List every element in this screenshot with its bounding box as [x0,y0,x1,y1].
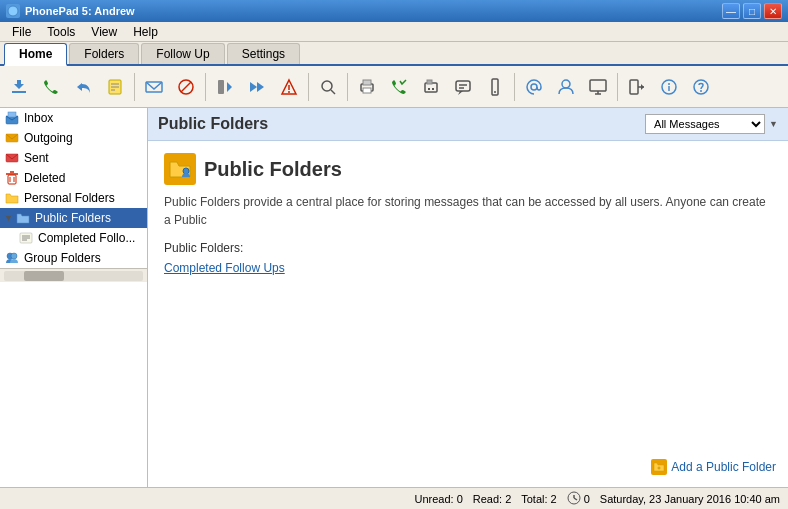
menu-view[interactable]: View [83,23,125,41]
svg-rect-34 [590,80,606,91]
screen-button[interactable] [583,70,613,104]
svg-rect-46 [8,112,16,117]
unread-value: 0 [457,493,463,505]
info-button[interactable] [654,70,684,104]
tick-phone-button[interactable] [384,70,414,104]
title-bar: PhonePad 5: Andrew — □ ✕ [0,0,788,22]
title-bar-left: PhonePad 5: Andrew [6,4,135,18]
filter-chevron-icon: ▼ [769,119,778,129]
note-button[interactable] [100,70,130,104]
sidebar-item-completed[interactable]: Completed Follo... [0,228,147,248]
toolbar-sep-4 [347,73,348,101]
reply-button[interactable] [68,70,98,104]
sidebar-item-deleted[interactable]: Deleted [0,168,147,188]
total-label: Total: [521,493,547,505]
read-label: Read: [473,493,502,505]
maximize-button[interactable]: □ [743,3,761,19]
sent-icon [4,150,20,166]
svg-point-42 [668,83,670,85]
svg-marker-12 [250,82,257,92]
completed-followups-link[interactable]: Completed Follow Ups [164,261,285,275]
outgoing-icon [4,130,20,146]
svg-marker-11 [227,82,232,92]
tab-folders[interactable]: Folders [69,43,139,64]
toolbar [0,66,788,108]
add-public-folder-button[interactable]: Add a Public Folder [651,459,776,475]
title-bar-controls: — □ ✕ [722,3,782,19]
content-header-title: Public Folders [158,115,268,133]
search-button[interactable] [313,70,343,104]
sidebar-item-personal-folders[interactable]: Personal Folders [0,188,147,208]
menu-file[interactable]: File [4,23,39,41]
title-bar-text: PhonePad 5: Andrew [25,5,135,17]
unread-label: Unread: [415,493,454,505]
phone-button[interactable] [36,70,66,104]
transfer-button[interactable] [210,70,240,104]
minimize-button[interactable]: — [722,3,740,19]
svg-line-9 [181,82,191,92]
sidebar-item-public-folders[interactable]: ▼ Public Folders [0,208,147,228]
svg-rect-20 [363,80,371,85]
at-button[interactable] [519,70,549,104]
sidebar-item-group-folders[interactable]: Group Folders [0,248,147,268]
toolbar-sep-1 [134,73,135,101]
svg-point-44 [700,90,702,92]
toolbar-sep-3 [308,73,309,101]
sidebar-item-outgoing[interactable]: Outgoing [0,128,147,148]
page-description: Public Folders provide a central place f… [164,193,772,229]
read-value: 2 [505,493,511,505]
tab-settings[interactable]: Settings [227,43,300,64]
tab-home[interactable]: Home [4,43,67,66]
svg-rect-25 [432,88,434,90]
svg-point-0 [8,6,18,16]
clock-status: 0 [567,491,590,507]
content-area: Public Folders All Messages Unread Read … [148,108,788,487]
menu-tools[interactable]: Tools [39,23,83,41]
menu-help[interactable]: Help [125,23,166,41]
mobile-button[interactable] [480,70,510,104]
login-button[interactable] [622,70,652,104]
contact-button[interactable] [551,70,581,104]
svg-point-32 [531,84,537,90]
close-button[interactable]: ✕ [764,3,782,19]
public-folders-icon [15,210,31,226]
svg-marker-13 [257,82,264,92]
svg-point-16 [288,91,290,93]
decline-button[interactable] [171,70,201,104]
content-body: Public Folders Public Folders provide a … [148,141,788,487]
add-folder-label: Add a Public Folder [671,460,776,474]
svg-rect-37 [630,80,638,94]
menu-bar: File Tools View Help [0,22,788,42]
total-status: Total: 2 [521,493,556,505]
public-folders-page-icon [164,153,196,185]
fax-button[interactable] [416,70,446,104]
forward-button[interactable] [242,70,272,104]
toolbar-sep-2 [205,73,206,101]
block-button[interactable] [274,70,304,104]
download-button[interactable] [4,70,34,104]
status-bar: Unread: 0 Read: 2 Total: 2 0 Saturday, 2… [0,487,788,509]
print-button[interactable] [352,70,382,104]
tab-followup[interactable]: Follow Up [141,43,224,64]
svg-line-18 [331,90,335,94]
svg-rect-10 [218,80,224,94]
svg-point-17 [322,81,332,91]
total-value: 2 [551,493,557,505]
help-button[interactable] [686,70,716,104]
sidebar-item-inbox[interactable]: Inbox [0,108,147,128]
pf-header: Public Folders [164,153,772,185]
folders-label: Public Folders: [164,241,772,255]
content-filter: All Messages Unread Read Flagged ▼ [645,114,778,134]
add-folder-icon [651,459,667,475]
svg-rect-23 [427,80,432,84]
message-button[interactable] [139,70,169,104]
svg-marker-39 [641,84,644,90]
svg-rect-26 [456,81,470,91]
filter-dropdown[interactable]: All Messages Unread Read Flagged [645,114,765,134]
personal-folders-icon [4,190,20,206]
sidebar-scrollbar[interactable] [0,268,147,282]
sms-button[interactable] [448,70,478,104]
svg-marker-2 [14,80,24,89]
sidebar-item-sent[interactable]: Sent [0,148,147,168]
datetime-text: Saturday, 23 January 2016 10:40 am [600,493,780,505]
